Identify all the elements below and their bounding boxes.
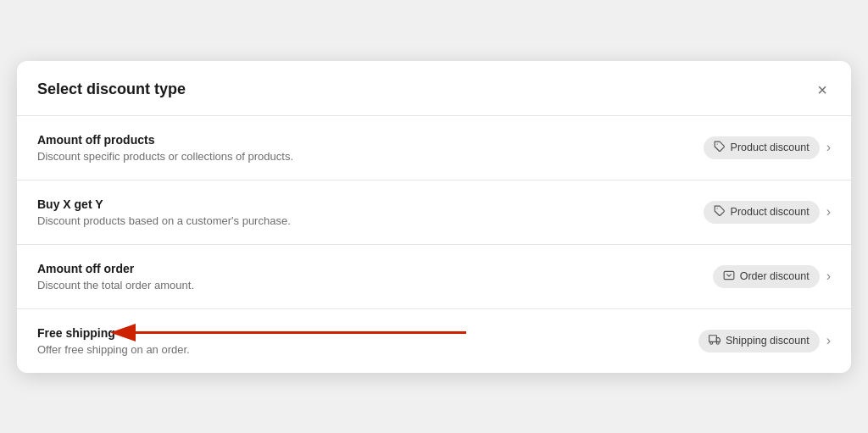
badge-text-amount-off-products: Product discount — [731, 142, 810, 153]
discount-type-modal: Select discount type × Amount off produc… — [17, 61, 851, 373]
badge-text-free-shipping: Shipping discount — [726, 335, 810, 347]
svg-point-5 — [710, 341, 713, 344]
item-right-free-shipping: Shipping discount › — [698, 330, 831, 353]
badge-icon-amount-off-products — [714, 141, 726, 155]
item-description-amount-off-order: Discount the total order amount. — [37, 279, 713, 291]
chevron-icon-amount-off-order: › — [826, 269, 831, 284]
badge-icon-buy-x-get-y — [714, 205, 726, 219]
badge-icon-amount-off-order — [723, 269, 735, 284]
item-right-amount-off-products: Product discount › — [704, 136, 831, 159]
discount-item-buy-x-get-y[interactable]: Buy X get Y Discount products based on a… — [17, 180, 851, 245]
badge-free-shipping: Shipping discount — [698, 330, 820, 353]
items-container: Amount off products Discount specific pr… — [17, 116, 851, 373]
chevron-icon-buy-x-get-y: › — [826, 204, 831, 219]
svg-rect-3 — [709, 335, 717, 341]
svg-rect-2 — [724, 271, 734, 279]
item-description-free-shipping: Offer free shipping on an order. — [37, 343, 698, 356]
chevron-icon-free-shipping: › — [826, 333, 831, 348]
svg-point-6 — [716, 341, 719, 344]
svg-marker-4 — [716, 337, 720, 341]
item-description-buy-x-get-y: Discount products based on a customer's … — [37, 214, 704, 227]
badge-amount-off-order: Order discount — [713, 265, 820, 288]
item-title-amount-off-order: Amount off order — [37, 262, 713, 275]
badge-icon-free-shipping — [709, 334, 721, 348]
item-left-buy-x-get-y: Buy X get Y Discount products based on a… — [37, 197, 704, 227]
discount-item-amount-off-order[interactable]: Amount off order Discount the total orde… — [17, 245, 851, 309]
item-left-free-shipping: Free shipping Offer free shipping on an … — [37, 326, 698, 356]
item-left-amount-off-order: Amount off order Discount the total orde… — [37, 262, 713, 291]
badge-text-buy-x-get-y: Product discount — [731, 206, 810, 218]
item-right-buy-x-get-y: Product discount › — [704, 201, 831, 224]
modal-title: Select discount type — [37, 80, 186, 98]
discount-item-free-shipping[interactable]: Free shipping Offer free shipping on an … — [17, 309, 851, 373]
chevron-icon-amount-off-products: › — [826, 140, 831, 155]
item-right-amount-off-order: Order discount › — [713, 265, 831, 288]
item-left-amount-off-products: Amount off products Discount specific pr… — [37, 133, 704, 163]
discount-item-amount-off-products[interactable]: Amount off products Discount specific pr… — [17, 116, 851, 180]
item-title-free-shipping: Free shipping — [37, 326, 698, 340]
discount-options-list: Amount off products Discount specific pr… — [17, 116, 851, 373]
modal-header: Select discount type × — [17, 61, 851, 116]
badge-amount-off-products: Product discount — [704, 136, 820, 159]
badge-buy-x-get-y: Product discount — [704, 201, 820, 224]
item-title-buy-x-get-y: Buy X get Y — [37, 197, 704, 211]
close-button[interactable]: × — [814, 78, 831, 102]
item-title-amount-off-products: Amount off products — [37, 133, 704, 147]
badge-text-amount-off-order: Order discount — [740, 270, 810, 282]
item-description-amount-off-products: Discount specific products or collection… — [37, 150, 704, 163]
